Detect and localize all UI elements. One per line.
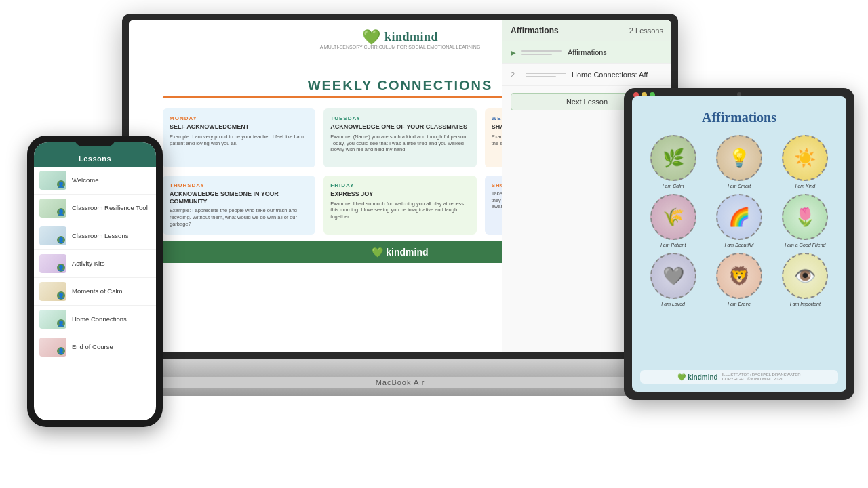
aff-label-brave: I am Brave — [728, 302, 751, 306]
aff-circle-kind: ☀️ — [782, 135, 828, 181]
phone-lesson-endcourse[interactable]: 👤 End of Course — [34, 333, 156, 361]
wc-card-friday: FRIDAY EXPRESS JOY Example: I had so muc… — [323, 176, 476, 235]
avatar-icon: 👤 — [58, 348, 64, 354]
laptop-content: 💚 kindmind A MULTI-SENSORY CURRICULUM FO… — [129, 20, 671, 352]
wc-day-monday: MONDAY — [170, 115, 309, 121]
avatar-icon: 👤 — [58, 237, 64, 243]
tablet-title: Affirmations — [643, 110, 835, 125]
aff-label-beautiful: I am Beautiful — [725, 243, 754, 247]
avatar-icon: 👤 — [58, 265, 64, 271]
scene: 💚 kindmind A MULTI-SENSORY CURRICULUM FO… — [0, 0, 868, 488]
aff-emoji-friend: 🌷 — [794, 207, 816, 228]
phone-device: Lessons 👤 Welcome 👤 Classroom Resilience — [27, 136, 163, 434]
laptop-main: WEEKLY CONNECTIONS MONDAY SELF ACKNOWLED… — [129, 54, 671, 352]
phone-lesson-label-endcourse: End of Course — [72, 343, 151, 350]
aff-item-patient: 🌾 I am Patient — [643, 194, 703, 247]
wc-activity-thursday: ACKNOWLEDGE SOMEONE IN YOUR COMMUNITY — [170, 190, 309, 205]
thumb-avatar: 👤 — [57, 319, 65, 327]
lesson-lines-2 — [526, 73, 566, 77]
aff-circle-brave: 🦁 — [716, 253, 762, 299]
lesson-number-2: 2 — [511, 70, 520, 79]
wc-card-tuesday: TUESDAY ACKNOWLEDGE ONE OF YOUR CLASSMAT… — [323, 108, 476, 167]
wc-example-tuesday: Example: (Name) you are such a kind and … — [330, 134, 469, 153]
lesson-lines — [521, 54, 562, 55]
phone-screen: Lessons 👤 Welcome 👤 Classroom Resilience — [34, 142, 156, 420]
phone-lesson-classroom-resilience[interactable]: 👤 Classroom Resilience Tool — [34, 195, 156, 222]
logo-text: kindmind — [384, 30, 438, 44]
aff-item-kind: ☀️ I am Kind — [775, 135, 835, 188]
wc-day-thursday: THURSDAY — [170, 182, 309, 188]
lesson-item-2[interactable]: 2 Home Connections: Aff — [502, 64, 671, 86]
aff-label-kind: I am Kind — [795, 184, 816, 188]
phone-lesson-classlessons[interactable]: 👤 Classroom Lessons — [34, 222, 156, 250]
aff-circle-important: 👁️ — [782, 253, 828, 299]
phone-lessons-list[interactable]: 👤 Welcome 👤 Classroom Resilience Tool 👤 — [34, 167, 156, 418]
aff-item-loved: 🩶 I am Loved — [643, 253, 703, 306]
wc-example-friday: Example: I had so much fun watching you … — [330, 201, 469, 220]
phone-lesson-home[interactable]: 👤 Home Connections — [34, 306, 156, 333]
laptop-label: MacBook Air — [122, 377, 678, 388]
tablet-footer-copyright: ILLUSTRATOR: RACHAEL DRANKWATERCOPYRIGHT… — [722, 373, 801, 381]
wc-example-thursday: Example: I appreciate the people who tak… — [170, 207, 309, 227]
lesson-thumb-moments: 👤 — [39, 282, 66, 301]
lesson-thumb-classlessons: 👤 — [39, 226, 66, 245]
aff-item-smart: 💡 I am Smart — [709, 135, 769, 188]
lesson-label-1: Affirmations — [568, 54, 607, 56]
tablet-footer: 💚 kindmind ILLUSTRATOR: RACHAEL DRANKWAT… — [640, 370, 838, 384]
thumb-avatar: 👤 — [57, 236, 65, 244]
aff-label-patient: I am Patient — [660, 243, 686, 247]
aff-emoji-calm: 🌿 — [663, 148, 684, 169]
lesson-line — [526, 76, 556, 77]
phone-lesson-label-home: Home Connections — [72, 315, 151, 323]
lesson-item-1[interactable]: ▶ Affirmations — [502, 54, 671, 64]
lesson-thumb-welcome: 👤 — [39, 171, 66, 190]
laptop-base — [122, 359, 678, 377]
wc-example-monday: Example: I am very proud to be your teac… — [170, 134, 309, 147]
logo-heart-icon: 💚 — [362, 28, 380, 46]
lesson-thumb-classroom: 👤 — [39, 199, 66, 218]
phone-lesson-moments[interactable]: 👤 Moments of Calm — [34, 278, 156, 306]
wc-card-monday: MONDAY SELF ACKNOWLEDGMENT Example: I am… — [163, 108, 315, 167]
aff-emoji-patient: 🌾 — [663, 207, 684, 228]
avatar-icon: 👤 — [58, 182, 64, 188]
aff-circle-smart: 💡 — [716, 135, 762, 181]
thumb-avatar: 👤 — [57, 291, 65, 300]
phone-lesson-label-classroom: Classroom Resilience Tool — [72, 204, 151, 211]
wc-day-friday: FRIDAY — [330, 182, 469, 188]
tablet-outer: Affirmations 🌿 I am Calm 💡 I am Smart — [624, 88, 854, 400]
phone-header-title: Lessons — [41, 155, 149, 163]
aff-item-friend: 🌷 I am a Good Friend — [775, 194, 835, 247]
thumb-avatar: 👤 — [57, 180, 65, 188]
laptop-device: 💚 kindmind A MULTI-SENSORY CURRICULUM FO… — [122, 14, 678, 393]
aff-label-calm: I am Calm — [663, 184, 684, 188]
wc-activity-tuesday: ACKNOWLEDGE ONE OF YOUR CLASSMATES — [330, 123, 469, 131]
lesson-thumb-home: 👤 — [39, 310, 66, 329]
phone-lesson-label-welcome: Welcome — [72, 176, 151, 184]
lesson-thumb-activity: 👤 — [39, 254, 66, 273]
aff-emoji-smart: 💡 — [728, 148, 750, 169]
aff-label-smart: I am Smart — [728, 184, 751, 188]
wc-activity-friday: EXPRESS JOY — [330, 190, 469, 198]
aff-label-loved: I am Loved — [661, 302, 685, 306]
aff-item-beautiful: 🌈 I am Beautiful — [709, 194, 769, 247]
phone-lesson-activity[interactable]: 👤 Activity Kits — [34, 250, 156, 278]
aff-item-calm: 🌿 I am Calm — [643, 135, 703, 188]
phone-lesson-label-classlessons: Classroom Lessons — [72, 232, 151, 239]
wc-day-tuesday: TUESDAY — [330, 115, 469, 121]
phone-outer: Lessons 👤 Welcome 👤 Classroom Resilience — [27, 136, 163, 427]
avatar-icon: 👤 — [58, 293, 64, 299]
laptop-foot — [122, 388, 678, 396]
wc-card-thursday: THURSDAY ACKNOWLEDGE SOMEONE IN YOUR COM… — [163, 176, 315, 235]
phone-lesson-welcome[interactable]: 👤 Welcome — [34, 167, 156, 195]
lesson-label-2: Home Connections: Aff — [572, 70, 648, 79]
aff-circle-friend: 🌷 — [782, 194, 828, 240]
phone-lesson-label-activity: Activity Kits — [72, 260, 151, 267]
aff-label-important: I am Important — [790, 302, 821, 306]
aff-circle-beautiful: 🌈 — [716, 194, 762, 240]
thumb-avatar: 👤 — [57, 208, 65, 216]
phone-notch — [75, 136, 115, 146]
logo-tagline: A MULTI-SENSORY CURRICULUM FOR SOCIAL EM… — [320, 45, 481, 49]
aff-circle-loved: 🩶 — [650, 253, 696, 299]
thumb-avatar: 👤 — [57, 347, 65, 355]
aff-label-friend: I am a Good Friend — [785, 243, 825, 247]
